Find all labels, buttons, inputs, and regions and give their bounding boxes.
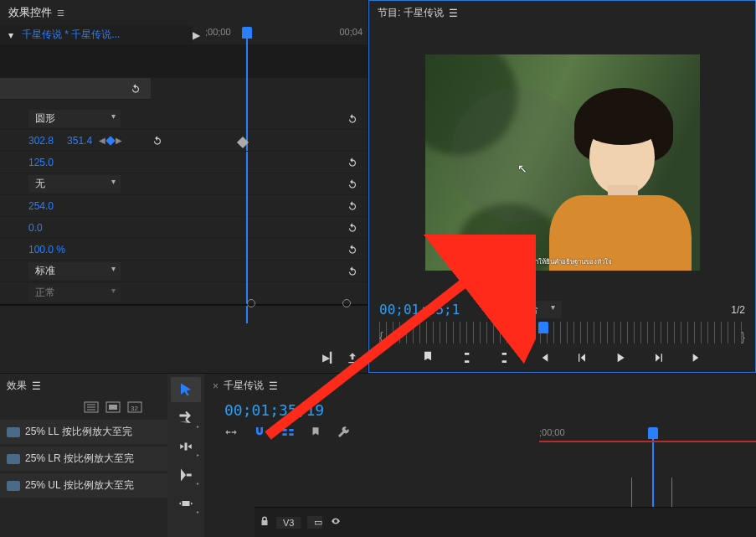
mark-out-button[interactable] [497, 350, 512, 365]
mini-time-ruler[interactable]: ;00;00 00;04 [200, 27, 368, 44]
last-select[interactable]: 正常 [28, 284, 121, 302]
loop-handle-icon[interactable] [342, 299, 351, 307]
keyframe-diamond-icon[interactable] [237, 137, 249, 148]
zoom-fit-select[interactable]: 适合 [510, 301, 562, 318]
reset-icon[interactable] [346, 112, 359, 126]
prop-row-shape: 圆形 [0, 108, 368, 130]
mini-playhead[interactable] [242, 27, 252, 39]
step-back-button[interactable] [574, 350, 589, 365]
prop-row-0: 0.0 [0, 217, 368, 239]
go-to-out-button[interactable] [690, 350, 705, 365]
track-v3-button[interactable]: V3 [276, 517, 301, 529]
eye-toggle-icon[interactable] [329, 516, 342, 529]
filter-icon-1[interactable] [84, 401, 99, 416]
chevron-down-icon[interactable]: ▾ [5, 29, 17, 41]
prop-row-254: 254.0 [0, 195, 368, 217]
program-timecode[interactable]: 00;01;35;1 [379, 302, 460, 318]
reset-icon[interactable] [151, 134, 164, 147]
effect-controls-panel: 效果控件 ☰ ▾ 千星传说 * 千星传说... ▶ ;00;00 00;04 [0, 0, 368, 373]
filter-icon-3[interactable]: 32 [127, 401, 142, 416]
reset-icon[interactable] [346, 156, 359, 169]
pos-y-value[interactable]: 351.4 [67, 135, 92, 147]
timeline-tab[interactable]: 千星传说 [224, 379, 264, 393]
property-rows: 圆形 302.8 351.4 ◀▶ 125.0 [0, 78, 368, 304]
track-select-tool[interactable]: ▸ [171, 405, 201, 431]
panel-menu-icon[interactable]: ☰ [32, 380, 41, 392]
value-pct[interactable]: 100.0 % [28, 244, 65, 256]
value-125[interactable]: 125.0 [28, 157, 54, 168]
loop-handle-icon[interactable] [247, 299, 255, 307]
track-graph-area[interactable] [0, 44, 368, 78]
prop-row-last: 正常 [0, 282, 368, 304]
play-button[interactable] [613, 350, 628, 365]
prop-row-position: 302.8 351.4 ◀▶ [0, 130, 368, 152]
program-ruler[interactable]: { } [379, 322, 745, 343]
add-marker-button[interactable] [420, 350, 435, 365]
effect-preset-item[interactable]: 25% LL 按比例放大至完 [0, 420, 167, 444]
prop-row-blank [0, 78, 151, 100]
clip-name-link[interactable]: 千星传说 * 千星传说... [22, 28, 188, 42]
effects-browser-panel: 效果 ☰ 32 25% LL 按比例放大至完 25% LR 按比例放大至完 25… [0, 373, 167, 537]
step-forward-button[interactable] [651, 350, 666, 365]
transport-controls [369, 343, 755, 372]
ruler-label: ;00;00 [539, 427, 565, 437]
prop-row-blend: 无 [0, 173, 368, 195]
timeline-ruler[interactable]: ;00;00 [204, 427, 756, 446]
timeline-panel: × 千星传说 ☰ 00;01;35;19 ;00;00 V3 ▭ [204, 373, 756, 537]
close-tab-icon[interactable]: × [213, 380, 219, 392]
bracket-open-icon: { [379, 330, 383, 343]
reset-icon[interactable] [346, 265, 359, 278]
prop-row-125: 125.0 [0, 152, 368, 173]
track-header-row: V3 ▭ [255, 507, 756, 537]
resolution-select[interactable]: 1/2 [731, 304, 745, 316]
reset-icon[interactable] [346, 199, 359, 213]
prop-row-std: 标准 [0, 261, 368, 282]
panel-menu-icon[interactable]: ☰ [449, 8, 458, 19]
effect-panel-footer: ▶▎ [0, 347, 368, 373]
svg-rect-2 [109, 405, 117, 410]
ripple-edit-tool[interactable]: ▸ [171, 434, 201, 459]
go-to-in-button[interactable] [536, 350, 551, 365]
timeline-playhead[interactable] [648, 427, 658, 439]
program-playhead[interactable] [538, 322, 548, 333]
value-0[interactable]: 0.0 [28, 222, 43, 234]
play-only-icon[interactable]: ▶ [193, 29, 200, 41]
panel-menu-icon[interactable]: ☰ [57, 8, 64, 18]
ruler-tick-start: ;00;00 [205, 27, 231, 37]
effect-controls-title: 效果控件 [8, 5, 52, 20]
value-254[interactable]: 254.0 [28, 200, 54, 212]
reset-icon[interactable] [346, 243, 359, 256]
panel-menu-icon[interactable]: ☰ [269, 380, 278, 392]
effect-controls-header: 效果控件 ☰ [0, 0, 368, 25]
standard-select[interactable]: 标准 [28, 262, 121, 280]
track-target-button[interactable]: ▭ [307, 516, 322, 529]
effect-preset-item[interactable]: 25% LR 按比例放大至完 [0, 447, 167, 471]
program-monitor-panel: 节目: 千星传说 ☰ ↖ เมนูดาราให้ยินคำอธิษฐานของห… [368, 0, 756, 373]
program-viewport[interactable]: ↖ เมนูดาราให้ยินคำอธิษฐานของหัวใจ [369, 25, 755, 299]
video-frame: ↖ เมนูดาราให้ยินคำอธิษฐานของหัวใจ [425, 54, 700, 271]
effects-browser-title: 效果 [7, 379, 27, 393]
keyframe-controls[interactable]: ◀▶ [99, 136, 122, 145]
pos-x-value[interactable]: 302.8 [28, 135, 54, 147]
timeline-timecode[interactable]: 00;01;35;19 [224, 401, 324, 419]
unrendered-bar [539, 441, 756, 442]
clip-edge[interactable] [631, 478, 632, 511]
reset-icon[interactable] [346, 221, 359, 235]
slip-tool[interactable]: ▸ [171, 491, 201, 516]
lock-track-icon[interactable] [260, 515, 270, 529]
bracket-close-icon: } [741, 330, 745, 343]
reset-icon[interactable] [129, 82, 142, 96]
play-loop-icon[interactable]: ▶▎ [322, 352, 337, 368]
mark-in-button[interactable] [459, 350, 474, 365]
clip-edge[interactable] [671, 478, 672, 511]
shape-select[interactable]: 圆形 [28, 110, 121, 127]
export-icon[interactable] [346, 352, 359, 368]
tool-strip: ▸ ▸ ▸ ▸ [167, 373, 204, 537]
filter-icon-2[interactable] [105, 401, 121, 416]
selection-tool[interactable] [171, 377, 201, 402]
effect-preset-item[interactable]: 25% UL 按比例放大至完 [0, 473, 167, 498]
blend-select[interactable]: 无 [28, 175, 121, 193]
reset-icon[interactable] [346, 178, 359, 191]
cursor-arrow-icon: ↖ [517, 162, 527, 175]
razor-tool[interactable]: ▸ [171, 462, 201, 488]
